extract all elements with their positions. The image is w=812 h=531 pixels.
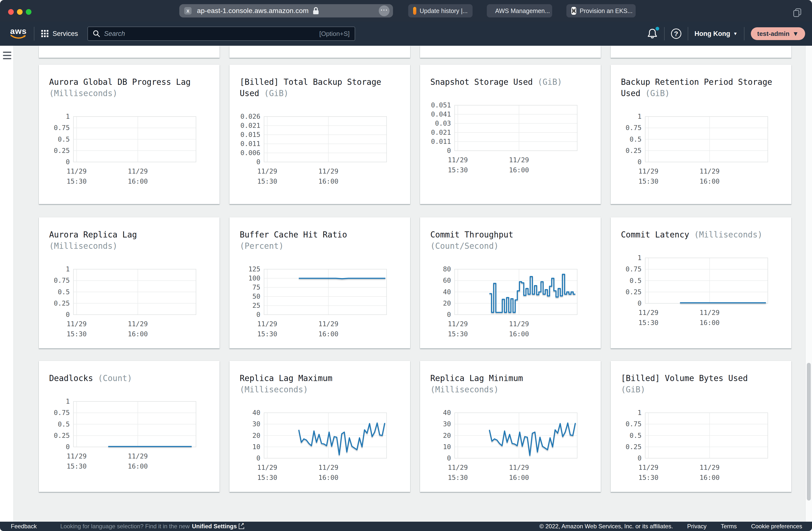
metric-card[interactable]: Backup Retention Period Storage Used (Gi… [611, 65, 792, 204]
search-input[interactable] [104, 30, 315, 38]
y-axis-tick-label: 0.011 [420, 138, 451, 145]
chart-title: Commit Latency (Milliseconds) [621, 229, 773, 240]
y-axis-tick-label: 0 [611, 454, 641, 462]
chart-canvas [454, 269, 578, 316]
extension-badge-icon[interactable]: x [184, 7, 192, 14]
y-axis-tick-label: 0.75 [611, 420, 641, 428]
minimize-window-button[interactable] [17, 9, 23, 15]
chart-unit: (GiB) [621, 385, 645, 394]
address-bar[interactable]: x ap-east-1.console.aws.amazon.com ⋯ [179, 4, 393, 17]
y-axis-tick-label: 0 [420, 311, 451, 318]
browser-tab-aws-management[interactable]: AWS Managemen... [487, 4, 552, 17]
chart-canvas [73, 269, 197, 316]
y-axis-tick-label: 30 [420, 420, 451, 428]
help-button[interactable]: ? [671, 29, 681, 39]
site-options-button[interactable]: ⋯ [379, 5, 390, 16]
browser-tab-update-history[interactable]: Update history |... [408, 4, 473, 17]
account-label: test-admin [757, 30, 789, 38]
vertical-scrollbar[interactable] [805, 46, 812, 522]
metric-card[interactable]: Snapshot Storage Used (GiB)0.0510.0410.0… [420, 65, 601, 204]
y-axis-tick-label: 50 [229, 293, 260, 300]
chart-area: 10.750.50.25011/2915:3011/2916:00 [611, 413, 768, 458]
metric-card[interactable]: Replica Lag Maximum (Milliseconds)403020… [229, 361, 410, 492]
metric-card[interactable]: Aurora Replica Lag (Milliseconds)10.750.… [39, 217, 220, 348]
chart-area: 10.750.50.25011/2915:3011/2916:00 [611, 116, 768, 162]
chart-unit: (GiB) [264, 88, 288, 98]
y-axis-tick-label: 0 [611, 299, 641, 307]
unified-settings-link[interactable]: Unified Settings [192, 523, 244, 530]
divider [34, 27, 34, 41]
maximize-window-button[interactable] [26, 9, 31, 15]
divider [664, 27, 665, 40]
url-text: ap-east-1.console.aws.amazon.com [197, 7, 309, 15]
chart-unit: (Count/Second) [430, 241, 498, 251]
close-window-button[interactable] [8, 9, 14, 15]
x-axis-tick-label: 11/2916:00 [499, 319, 539, 339]
y-axis-tick-label: 0.25 [611, 147, 641, 154]
metric-card[interactable]: [Billed] Volume Bytes Used (GiB)10.750.5… [611, 361, 792, 492]
chart-area: 0.0510.0410.030.0210.011011/2915:3011/29… [420, 105, 577, 151]
chart-area: 10.750.50.25011/2915:3011/2916:00 [39, 116, 196, 162]
chart-canvas [73, 116, 197, 163]
y-axis-tick-label: 0.026 [229, 113, 260, 120]
x-axis-tick-label: 11/2916:00 [499, 462, 539, 483]
y-axis-tick-label: 0.5 [611, 136, 641, 143]
tab-label: Provision an EKS... [580, 8, 633, 14]
y-axis-tick-label: 1 [39, 265, 70, 273]
account-menu-button[interactable]: test-admin ▼ [751, 27, 805, 40]
y-axis-tick-label: 1 [611, 113, 641, 120]
x-axis-tick-label: 11/2916:00 [309, 166, 348, 186]
aws-logo[interactable]: aws [10, 27, 27, 40]
metric-card-cropped[interactable] [420, 46, 601, 58]
chart-area: 40302010011/2915:3011/2916:00 [420, 413, 577, 458]
copyright-text: © 2022, Amazon Web Services, Inc. or its… [539, 523, 673, 530]
y-axis-tick-label: 10 [229, 443, 260, 451]
terms-link[interactable]: Terms [721, 523, 737, 530]
scrollbar-thumb[interactable] [807, 363, 811, 501]
metric-card-cropped[interactable] [611, 46, 792, 58]
y-axis-tick-label: 0 [39, 158, 70, 166]
metric-card[interactable]: Deadlocks (Count)10.750.50.25011/2915:30… [39, 361, 220, 492]
console-search-box[interactable]: [Option+S] [87, 27, 355, 41]
metric-card[interactable]: Commit Latency (Milliseconds)10.750.50.2… [611, 217, 792, 348]
x-axis-tick-label: 11/2915:30 [438, 319, 477, 339]
terraform-favicon [571, 7, 576, 15]
privacy-link[interactable]: Privacy [687, 523, 707, 530]
y-axis-tick-label: 0.015 [229, 131, 260, 138]
y-axis-tick-label: 0 [420, 147, 451, 154]
metric-card[interactable]: [Billed] Total Backup Storage Used (GiB)… [229, 65, 410, 204]
metric-card[interactable]: Aurora Global DB Progress Lag (Milliseco… [39, 65, 220, 204]
menu-toggle-button[interactable] [3, 52, 11, 61]
chart-unit: (Percent) [240, 241, 284, 251]
y-axis-tick-label: 0.5 [611, 277, 641, 284]
services-label: Services [53, 30, 78, 38]
x-axis-tick-label: 11/2915:30 [248, 462, 287, 483]
chevron-down-icon: ▼ [792, 30, 799, 38]
chart-unit: (Milliseconds) [49, 88, 117, 98]
services-menu-button[interactable]: Services [41, 30, 78, 38]
feedback-link[interactable]: Feedback [11, 523, 37, 530]
x-axis-tick-label: 11/2915:30 [57, 451, 96, 471]
metric-card[interactable]: Commit Throughput (Count/Second)80604020… [420, 217, 601, 348]
y-axis-tick-label: 20 [229, 432, 260, 439]
notifications-button[interactable] [647, 28, 658, 40]
tab-overview-icon[interactable] [793, 8, 802, 17]
cookie-preferences-link[interactable]: Cookie preferences [751, 523, 802, 530]
y-axis-tick-label: 0.021 [420, 129, 451, 136]
region-selector[interactable]: Hong Kong ▼ [695, 30, 738, 38]
y-axis-tick-label: 0.25 [611, 443, 641, 451]
unified-settings-label: Unified Settings [192, 523, 237, 530]
chart-title: Buffer Cache Hit Ratio (Percent) [240, 229, 392, 252]
search-shortcut-hint: [Option+S] [319, 30, 350, 38]
metric-card-cropped[interactable] [229, 46, 410, 58]
y-axis-tick-label: 0.021 [229, 122, 260, 129]
chart-unit: (Milliseconds) [694, 230, 763, 239]
chart-title: Backup Retention Period Storage Used (Gi… [621, 76, 773, 99]
metric-card[interactable]: Buffer Cache Hit Ratio (Percent)12510075… [229, 217, 410, 348]
metric-card[interactable]: Replica Lag Minimum (Milliseconds)403020… [420, 361, 601, 492]
chart-unit: (Milliseconds) [49, 241, 117, 251]
x-axis-tick-label: 11/2915:30 [57, 319, 96, 339]
metric-card-cropped[interactable] [39, 46, 220, 58]
tab-label: Update history |... [420, 8, 468, 14]
browser-tab-provision-eks[interactable]: Provision an EKS... [566, 4, 636, 17]
